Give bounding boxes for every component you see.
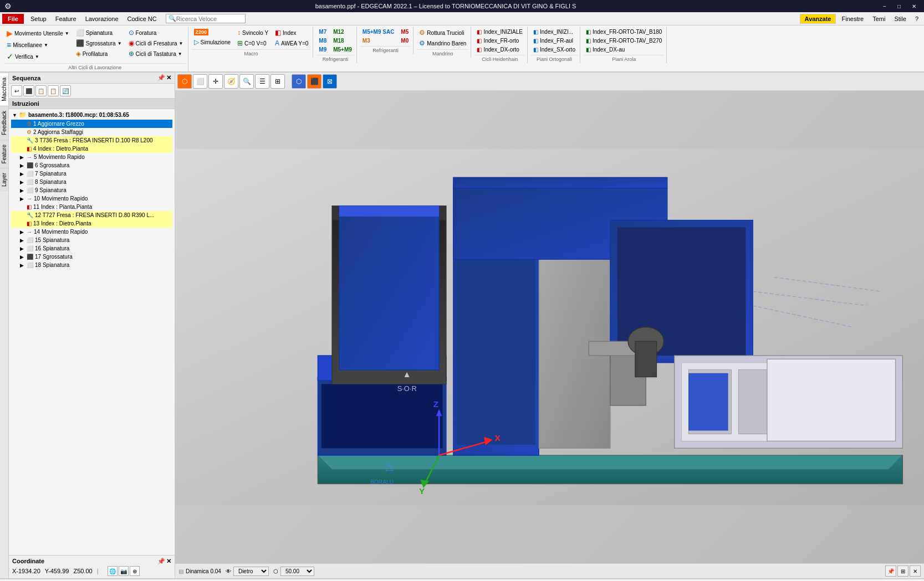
tree-root-node[interactable]: ▼ 📁 basamento.3: f18000.mcp: 01:08:53.65 bbox=[11, 110, 172, 120]
temi-button[interactable]: Temi bbox=[869, 14, 889, 24]
ribbon-svincolo-y[interactable]: ↕ Svincolo Y bbox=[235, 28, 270, 38]
vp-tool-view[interactable]: ⬜ bbox=[193, 74, 207, 89]
ribbon-index-dx-au[interactable]: ◧ Index_DX-au bbox=[584, 45, 664, 54]
help-button[interactable]: ? bbox=[912, 14, 922, 24]
sidebar-tool-3[interactable]: 📋 bbox=[35, 85, 47, 96]
tree-item-15[interactable]: ▶ ⬜ 15 Spianatura bbox=[11, 236, 172, 244]
ribbon-cicli-fresatura[interactable]: ◉ Cicli di Fresatura ▼ bbox=[126, 38, 186, 48]
ribbon-index-fr-orto-b180[interactable]: ◧ Index_FR-ORTO-TAV_B180 bbox=[584, 28, 664, 36]
menu-file[interactable]: File bbox=[2, 14, 24, 24]
ribbon-m7[interactable]: M7 bbox=[316, 28, 329, 36]
ribbon-verifica[interactable]: ✓ Verifica ▼ bbox=[4, 51, 72, 62]
vp-pin-btn[interactable]: 📌 bbox=[885, 565, 896, 577]
coord-globe-btn[interactable]: 🌐 bbox=[108, 566, 118, 576]
ribbon-m9-ref[interactable]: M9 bbox=[316, 45, 329, 54]
tree-toggle-5[interactable]: ▶ bbox=[20, 155, 27, 160]
tree-item-7[interactable]: ▶ ⬜ 7 Spianatura bbox=[11, 169, 172, 178]
tree-toggle-8[interactable]: ▶ bbox=[20, 179, 27, 185]
menu-codice-nc[interactable]: Codice NC bbox=[123, 14, 161, 24]
minimize-button[interactable]: − bbox=[880, 2, 890, 11]
coord-pin-icon[interactable]: 📌 bbox=[157, 558, 165, 565]
ribbon-index[interactable]: ◧ Index bbox=[273, 28, 310, 38]
tree-item-10[interactable]: ▶ → 10 Movimento Rapido bbox=[11, 194, 172, 203]
ribbon-m18[interactable]: M18 bbox=[331, 37, 354, 45]
left-tab-macchina[interactable]: Macchina bbox=[0, 73, 8, 106]
vp-close-btn[interactable]: ✕ bbox=[910, 565, 921, 577]
vp-tool-list[interactable]: ☰ bbox=[255, 74, 269, 89]
sidebar-tool-2[interactable]: ⬛ bbox=[23, 85, 34, 96]
advanced-button[interactable]: Avanzate bbox=[800, 14, 836, 24]
vp-tool-3d[interactable]: ⬡ bbox=[292, 74, 306, 89]
viewport-height-select[interactable]: 50.00 100.00 25.00 bbox=[280, 567, 314, 576]
vp-tool-pan[interactable]: ✛ bbox=[208, 74, 223, 89]
tree-item-11[interactable]: ▶ ◧ 11 Index : Pianta.Pianta bbox=[11, 203, 172, 211]
tree-item-14[interactable]: ▶ → 14 Movimento Rapido bbox=[11, 228, 172, 236]
ribbon-simulazione[interactable]: ▷ Simulazione bbox=[192, 37, 233, 47]
menu-feature[interactable]: Feature bbox=[51, 14, 81, 24]
ribbon-rottura-trucioli[interactable]: ⚙ Rottura Trucioli bbox=[417, 28, 468, 38]
ribbon-miscellanee[interactable]: ≡ Miscellanee ▼ bbox=[4, 39, 72, 50]
viewport-3d[interactable]: ▲ S·O·R △ BORALU Z X bbox=[175, 91, 924, 563]
ribbon-index-fr-orto-b270[interactable]: ◧ Index_FR-ORTO-TAV_B270 bbox=[584, 37, 664, 45]
stile-button[interactable]: Stile bbox=[891, 14, 909, 24]
ribbon-index-fr-orto[interactable]: ◧ Index_FR-orto bbox=[474, 37, 525, 45]
ribbon-m12[interactable]: M12 bbox=[331, 28, 354, 36]
ribbon-m5[interactable]: M5 bbox=[399, 28, 411, 36]
ribbon-cicli-tastatura[interactable]: ⊕ Cicli di Tastatura ▼ bbox=[126, 49, 186, 59]
tree-toggle-14[interactable]: ▶ bbox=[20, 229, 27, 235]
vp-tool-cube[interactable]: ⬡ bbox=[177, 74, 192, 89]
tree-item-1[interactable]: ▶ ⚙ 1 Aggiornare Grezzo bbox=[11, 120, 172, 128]
maximize-button[interactable]: □ bbox=[894, 2, 904, 11]
left-tab-layer[interactable]: Layer bbox=[0, 168, 8, 191]
sidebar-tool-1[interactable]: ↩ bbox=[11, 85, 22, 96]
tree-item-6[interactable]: ▶ ⬛ 6 Sgrossatura bbox=[11, 161, 172, 169]
tree-toggle-10[interactable]: ▶ bbox=[20, 196, 27, 202]
tree-toggle-18[interactable]: ▶ bbox=[20, 263, 27, 268]
tree-toggle-16[interactable]: ▶ bbox=[20, 246, 27, 251]
ribbon-spianatura[interactable]: ⬜ Spianatura bbox=[74, 28, 124, 38]
ribbon-index-dx-orto[interactable]: ◧ Index_DX-orto bbox=[474, 45, 525, 54]
ribbon-mandrino-baren[interactable]: ⚙ Mandrino Baren bbox=[417, 38, 468, 48]
ribbon-movimento-utensile[interactable]: ▶ Movimento Utensile ▼ bbox=[4, 28, 72, 39]
vp-tool-grid[interactable]: ⊞ bbox=[270, 74, 285, 89]
tree-item-16[interactable]: ▶ ⬜ 16 Spianatura bbox=[11, 244, 172, 253]
left-tab-feedback[interactable]: Feedback bbox=[0, 106, 8, 140]
ribbon-sgrossatura[interactable]: ⬛ Sgrossatura ▼ bbox=[74, 38, 124, 48]
tree-toggle-15[interactable]: ▶ bbox=[20, 238, 27, 243]
coord-extra-btn[interactable]: ⊕ bbox=[130, 566, 140, 576]
viewport-direction-select[interactable]: Dietro Davanti Sopra Sotto Sinistra Dest… bbox=[233, 567, 269, 576]
tree-toggle-6[interactable]: ▶ bbox=[20, 163, 27, 168]
ribbon-m5m9sac[interactable]: M5+M9 SAC bbox=[360, 28, 397, 36]
ribbon-index-fr-aul[interactable]: ◧ Index_FR-aul bbox=[531, 37, 578, 45]
ribbon-z200[interactable]: Z200 bbox=[192, 28, 233, 37]
vp-tool-zoom[interactable]: 🔍 bbox=[239, 74, 254, 89]
ribbon-foratura[interactable]: ⊙ Foratura bbox=[126, 28, 186, 38]
tree-toggle-9[interactable]: ▶ bbox=[20, 188, 27, 193]
ribbon-index-sx-orto[interactable]: ◧ Index_SX-orto bbox=[531, 45, 578, 54]
tree-item-12[interactable]: ▶ 🔧 12 T727 Fresa : FRESA INSERTI D.80 R… bbox=[11, 211, 172, 219]
ribbon-awea[interactable]: A AWEA Y=0 bbox=[273, 38, 310, 48]
tree-item-4[interactable]: ▶ ◧ 4 Index : Dietro.Pianta bbox=[11, 145, 172, 153]
finestre-button[interactable]: Finestre bbox=[838, 14, 867, 24]
search-input[interactable] bbox=[176, 16, 243, 22]
tree-item-17[interactable]: ▶ ⬛ 17 Sgrossatura bbox=[11, 253, 172, 261]
close-button[interactable]: ✕ bbox=[908, 2, 920, 11]
tree-item-3[interactable]: ▶ 🔧 3 T736 Fresa : FRESA INSERTI D.100 R… bbox=[11, 136, 172, 145]
ribbon-index-inizi[interactable]: ◧ Index_INIZI... bbox=[531, 28, 578, 36]
tree-toggle-17[interactable]: ▶ bbox=[20, 254, 27, 260]
vp-tool-wire[interactable]: ⊠ bbox=[323, 74, 337, 89]
tree-item-8[interactable]: ▶ ⬜ 8 Spianatura bbox=[11, 178, 172, 186]
ribbon-m8[interactable]: M8 bbox=[316, 37, 329, 45]
ribbon-m3[interactable]: M3 bbox=[360, 37, 397, 45]
ribbon-m0[interactable]: M0 bbox=[399, 37, 411, 45]
vp-expand-btn[interactable]: ⊞ bbox=[897, 565, 908, 577]
left-tab-feature[interactable]: Feature bbox=[0, 140, 8, 168]
tree-item-18[interactable]: ▶ ⬜ 18 Spianatura bbox=[11, 261, 172, 269]
tree-item-5[interactable]: ▶ → 5 Movimento Rapido bbox=[11, 153, 172, 161]
sidebar-tool-4[interactable]: 📋 bbox=[48, 85, 59, 96]
ribbon-c0v0[interactable]: ⊞ C=0 V=0 bbox=[235, 38, 270, 48]
vp-tool-solid[interactable]: ⬛ bbox=[307, 74, 321, 89]
ribbon-m5m9[interactable]: M5+M9 bbox=[331, 45, 354, 54]
coord-close-icon[interactable]: ✕ bbox=[166, 558, 171, 565]
tree-toggle-root[interactable]: ▼ bbox=[12, 112, 19, 118]
